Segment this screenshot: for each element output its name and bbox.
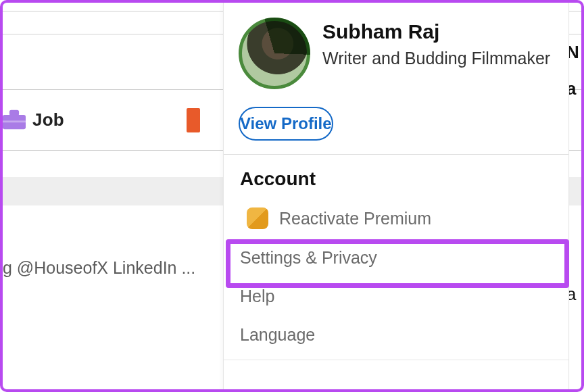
premium-icon xyxy=(247,207,268,229)
profile-info: Subham Raj Writer and Budding Filmmaker xyxy=(322,18,550,89)
avatar[interactable] xyxy=(239,18,310,89)
viewport: Job g @HouseofX LinkedIn ... N a ' a Sub… xyxy=(3,3,581,389)
menu-item-label: Settings & Privacy xyxy=(240,248,377,268)
menu-item-label: Language xyxy=(240,325,315,345)
menu-item-label: Help xyxy=(240,287,274,306)
sidebar-item-label: Job xyxy=(32,109,64,130)
menu-item-reactivate-premium[interactable]: Reactivate Premium xyxy=(224,198,568,239)
profile-name: Subham Raj xyxy=(322,20,550,43)
svg-rect-2 xyxy=(3,120,26,122)
menu-item-language[interactable]: Language xyxy=(224,316,568,354)
briefcase-icon xyxy=(3,109,26,130)
profile-header: Subham Raj Writer and Budding Filmmaker xyxy=(224,3,568,96)
menu-item-label: Reactivate Premium xyxy=(279,209,431,228)
menu-item-help[interactable]: Help xyxy=(224,277,568,316)
section-title-account: Account xyxy=(224,155,568,195)
me-dropdown-panel: Subham Raj Writer and Budding Filmmaker … xyxy=(223,3,569,392)
sidebar-item-jobs[interactable]: Job xyxy=(3,99,223,141)
profile-headline: Writer and Budding Filmmaker xyxy=(322,47,550,69)
background-truncated-text: g @HouseofX LinkedIn ... xyxy=(3,258,195,278)
account-menu: Reactivate Premium Settings & Privacy He… xyxy=(224,195,568,354)
menu-item-settings-privacy[interactable]: Settings & Privacy xyxy=(224,239,568,277)
view-profile-button[interactable]: View Profile xyxy=(239,107,333,141)
svg-rect-1 xyxy=(9,110,19,116)
panel-separator xyxy=(224,360,568,360)
